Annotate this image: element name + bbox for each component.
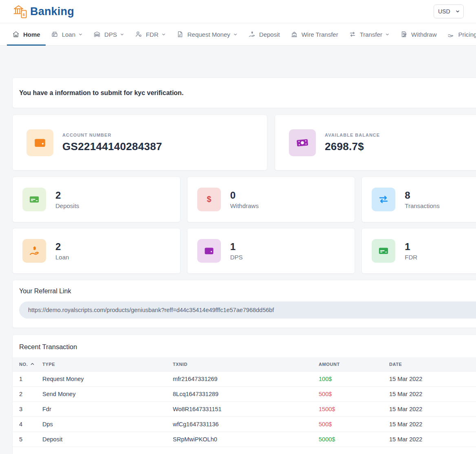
nav-item-dps[interactable]: DPS (88, 23, 130, 45)
fdr-icon (135, 31, 142, 38)
chevron-down-icon (385, 32, 390, 37)
cell-amount: 500$ (319, 417, 389, 432)
column-header-amount: AMOUNT (319, 357, 389, 372)
nav-item-label: Wire Transfer (302, 31, 338, 38)
brand-logo[interactable]: $ Banking (12, 3, 74, 20)
column-header-type: TYPE (42, 357, 173, 372)
nav-item-pricing-plan[interactable]: Pricing Plan (442, 23, 476, 45)
bank-logo-icon: $ (12, 3, 29, 20)
table-row: 3 Fdr Wo8R1647331151 1500$ 15 Mar 2022 (13, 402, 476, 417)
stat-card-loan: 2 Loan (12, 228, 181, 274)
chevron-down-icon (233, 32, 238, 37)
stat-card-label: FDR (405, 254, 417, 261)
cash-icon (289, 129, 316, 156)
stat-card-value: 1 (405, 241, 417, 252)
top-header: $ Banking USD (0, 0, 476, 23)
cell-type: Request Money (42, 372, 173, 387)
summary-card: AVAILABLE BALANCE 2698.7$ (275, 115, 476, 171)
dollar-icon: $ (197, 188, 221, 211)
credit-card-icon (372, 239, 395, 263)
cell-txnid: Wo8R1647331151 (173, 402, 319, 417)
withdraw-icon (400, 31, 408, 38)
table-row: 5 Deposit SRpMwiPKOLh0 5000$ 15 Mar 2022 (13, 432, 476, 447)
loan-icon (51, 31, 58, 38)
stat-card-fdr: 1 FDR (361, 228, 476, 274)
stat-card-label: Withdraws (230, 202, 259, 209)
kyc-alert-message: You have a information to submit for kyc… (19, 89, 183, 97)
nav-item-label: Withdraw (411, 31, 437, 38)
stat-grid: 2 Deposits $ 0 Withdraws 8 Transactions … (12, 177, 476, 274)
home-icon (12, 31, 20, 38)
cell-date: 15 Mar 2022 (389, 432, 476, 447)
stat-card-label: DPS (230, 254, 243, 261)
dps-icon (93, 31, 101, 38)
stat-card-value: 1 (230, 241, 243, 252)
stat-card-label: Deposits (55, 202, 79, 209)
summary-card: ACCOUNT NUMBER GS22144140284387 (12, 115, 267, 171)
table-row: 4 Dps wfCg1647331136 500$ 15 Mar 2022 (13, 417, 476, 432)
column-header-date: DATE (389, 357, 476, 372)
hand-money-icon (22, 239, 46, 263)
transactions-table-body: 1 Request Money mfr21647331269 100$ 15 M… (13, 372, 476, 447)
chevron-down-icon (120, 32, 124, 37)
nav-item-fdr[interactable]: FDR (130, 23, 171, 45)
cell-no: 5 (13, 432, 42, 447)
nav-item-label: Transfer (360, 31, 382, 38)
summary-card-value: GS22144140284387 (62, 140, 162, 153)
svg-text:$: $ (207, 195, 211, 204)
transfer-icon (349, 31, 356, 38)
nav-item-label: Deposit (259, 31, 280, 38)
cell-no: 4 (13, 417, 42, 432)
cell-date: 15 Mar 2022 (389, 387, 476, 402)
cell-txnid: wfCg1647331136 (173, 417, 319, 432)
wallet-icon (197, 239, 221, 263)
nav-item-loan[interactable]: Loan (46, 23, 88, 45)
cell-no: 2 (13, 387, 42, 402)
cell-date: 15 Mar 2022 (389, 372, 476, 387)
currency-select[interactable]: USD (434, 4, 464, 18)
pricing-plan-icon (447, 31, 454, 38)
nav-item-home[interactable]: Home (7, 23, 46, 45)
nav-item-label: Request Money (187, 31, 230, 38)
cell-no: 3 (13, 402, 42, 417)
nav-item-wire-transfer[interactable]: Wire Transfer (285, 23, 344, 45)
cell-amount: 500$ (319, 387, 389, 402)
summary-card-label: AVAILABLE BALANCE (325, 133, 380, 137)
cell-txnid: mfr21647331269 (173, 372, 319, 387)
nav-item-deposit[interactable]: Deposit (243, 23, 285, 45)
referral-card: Your Referral Link https://demo.royalscr… (12, 280, 476, 328)
stat-card-label: Loan (55, 254, 69, 261)
stat-card-dps: 1 DPS (187, 228, 355, 274)
stat-card-value: 2 (55, 190, 79, 201)
transactions-table: NO. TYPE TXNID AMOUNT DATE 1 Request Mon… (13, 357, 476, 447)
nav-item-withdraw[interactable]: Withdraw (395, 23, 442, 45)
stat-card-value: 8 (405, 190, 439, 201)
recent-transactions-title: Recent Transaction (13, 335, 476, 357)
referral-title: Your Referral Link (19, 288, 476, 295)
cell-type: Deposit (42, 432, 173, 447)
nav-item-label: FDR (146, 31, 159, 38)
chevron-down-icon (161, 32, 166, 37)
stat-card-value: 0 (230, 190, 259, 201)
stat-card-transactions: 8 Transactions (361, 177, 476, 222)
stat-card-value: 2 (55, 241, 69, 252)
referral-link-field[interactable]: https://demo.royalscripts.com/products/g… (19, 301, 476, 319)
wire-transfer-icon (291, 31, 298, 38)
nav-item-label: Pricing Plan (458, 31, 476, 38)
stat-card-deposits: 2 Deposits (12, 177, 181, 222)
nav-item-transfer[interactable]: Transfer (344, 23, 395, 45)
cell-amount: 5000$ (319, 432, 389, 447)
nav-item-label: Home (23, 31, 40, 38)
nav-item-request-money[interactable]: Request Money (171, 23, 243, 45)
table-row: 2 Send Money 8Lcq1647331289 500$ 15 Mar … (13, 387, 476, 402)
table-row: 1 Request Money mfr21647331269 100$ 15 M… (13, 372, 476, 387)
main-content: You have a information to submit for kyc… (12, 78, 476, 454)
deposit-icon (248, 31, 256, 38)
chevron-down-icon (78, 32, 83, 37)
recent-transactions-card: Recent Transaction NO. TYPE TXNID AMOUNT… (12, 334, 476, 454)
table-header-row: NO. TYPE TXNID AMOUNT DATE (13, 357, 476, 372)
sort-asc-icon[interactable] (30, 362, 35, 366)
summary-row: ACCOUNT NUMBER GS22144140284387 AVAILABL… (12, 115, 476, 171)
nav-item-label: Loan (62, 31, 75, 38)
cell-txnid: SRpMwiPKOLh0 (173, 432, 319, 447)
